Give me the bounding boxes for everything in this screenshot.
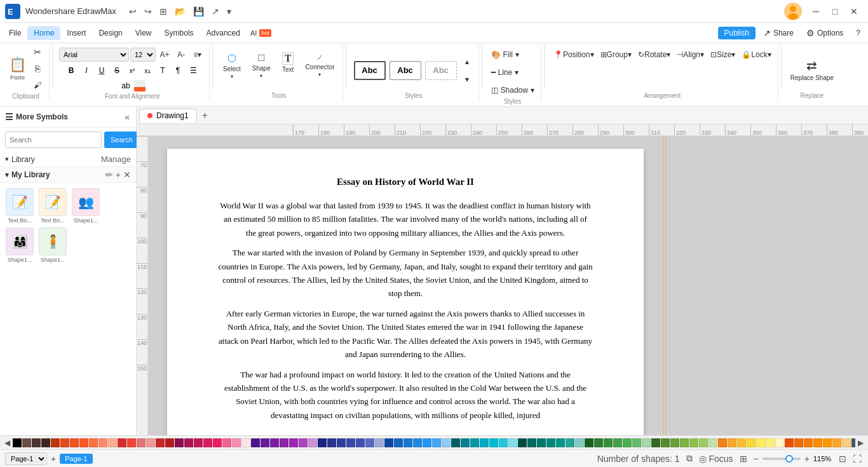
- position-btn[interactable]: 📍 Position ▾: [551, 47, 597, 62]
- color-cell[interactable]: [232, 438, 241, 447]
- subscript-btn[interactable]: x₂: [140, 64, 154, 78]
- canvas-tab-drawing1[interactable]: Drawing1: [139, 109, 197, 122]
- color-cell[interactable]: [747, 438, 756, 447]
- color-cell[interactable]: [766, 438, 775, 447]
- color-cell[interactable]: [98, 438, 107, 447]
- color-cell[interactable]: [60, 438, 69, 447]
- color-cell[interactable]: [566, 438, 574, 447]
- color-cell[interactable]: [775, 438, 784, 447]
- shadow-btn[interactable]: ◫ Shadow ▾: [489, 83, 537, 98]
- zoom-in-btn[interactable]: +: [803, 452, 811, 465]
- color-cell[interactable]: [604, 438, 613, 447]
- size-btn[interactable]: ⊡ Size ▾: [708, 47, 738, 62]
- color-cell[interactable]: [337, 438, 346, 447]
- color-cell[interactable]: [165, 438, 174, 447]
- color-cell[interactable]: [32, 438, 41, 447]
- color-cell[interactable]: [118, 438, 126, 447]
- add-tab-btn[interactable]: +: [197, 108, 213, 123]
- publish-btn[interactable]: Publish: [718, 27, 756, 39]
- color-cell[interactable]: [680, 438, 689, 447]
- color-cell[interactable]: [89, 438, 98, 447]
- color-cell[interactable]: [41, 438, 50, 447]
- color-cell[interactable]: [461, 438, 470, 447]
- menu-advanced[interactable]: Advanced: [200, 26, 247, 40]
- color-cell[interactable]: [280, 438, 288, 447]
- shape-item[interactable]: 🧍Shape1...: [38, 227, 67, 263]
- color-cell[interactable]: [22, 438, 31, 447]
- style-abc-3[interactable]: Abc: [425, 61, 457, 80]
- highlight-btn[interactable]: ab: [119, 79, 133, 93]
- select-btn[interactable]: ⬡ Select ▾: [219, 50, 245, 82]
- paste-btn[interactable]: 📋Paste: [6, 55, 29, 83]
- color-cell[interactable]: [261, 438, 269, 447]
- color-cell[interactable]: [451, 438, 460, 447]
- color-cell[interactable]: [79, 438, 88, 447]
- more-btn[interactable]: ▾: [224, 5, 234, 18]
- list-btn[interactable]: ☰: [186, 64, 200, 78]
- color-cell[interactable]: [508, 438, 517, 447]
- color-cell[interactable]: [70, 438, 79, 447]
- color-cell[interactable]: [575, 438, 584, 447]
- page-select[interactable]: Page-1: [5, 452, 47, 465]
- copy-btn[interactable]: ⎘: [30, 61, 45, 76]
- align-btn[interactable]: ≡▾: [190, 47, 205, 62]
- color-cell[interactable]: [709, 438, 717, 447]
- color-cell[interactable]: [175, 438, 184, 447]
- cut-btn[interactable]: ✂: [30, 44, 45, 60]
- styles-down-btn[interactable]: ▾: [459, 72, 475, 87]
- canvas[interactable]: Essay on History of World War II World W…: [148, 136, 868, 435]
- color-cell[interactable]: [699, 438, 708, 447]
- options-btn[interactable]: ⚙ Options: [801, 26, 848, 40]
- page-tab[interactable]: Page-1: [60, 454, 92, 464]
- color-cell[interactable]: [194, 438, 203, 447]
- color-cell[interactable]: [804, 438, 813, 447]
- fullscreen-btn[interactable]: ⛶: [851, 452, 863, 465]
- group-btn[interactable]: ⊞ Group ▾: [598, 47, 634, 62]
- color-cell[interactable]: [365, 438, 374, 447]
- close-btn[interactable]: ✕: [845, 3, 863, 20]
- shape-btn[interactable]: □ Shape ▾: [248, 50, 275, 81]
- color-cell[interactable]: [184, 438, 193, 447]
- color-cell[interactable]: [651, 438, 660, 447]
- save-btn[interactable]: 💾: [191, 5, 207, 18]
- color-cell[interactable]: [737, 438, 746, 447]
- color-cell[interactable]: [470, 438, 479, 447]
- my-lib-edit-btn[interactable]: ✏: [105, 170, 113, 180]
- color-cell[interactable]: [423, 438, 431, 447]
- color-cell[interactable]: [394, 438, 403, 447]
- grid-btn[interactable]: ⊞: [738, 452, 749, 465]
- layers-btn[interactable]: ⧉: [685, 452, 694, 465]
- color-cell[interactable]: [127, 438, 136, 447]
- styles-up-btn[interactable]: ▴: [459, 54, 475, 69]
- color-cell[interactable]: [299, 438, 308, 447]
- color-cell[interactable]: [832, 438, 841, 447]
- zoom-slider-thumb[interactable]: [785, 455, 793, 463]
- menu-design[interactable]: Design: [92, 26, 128, 40]
- color-cell[interactable]: [670, 438, 679, 447]
- color-cell[interactable]: [413, 438, 422, 447]
- color-cell[interactable]: [613, 438, 622, 447]
- superscript-btn[interactable]: x²: [125, 64, 139, 78]
- menu-file[interactable]: File: [3, 26, 27, 40]
- zoom-slider[interactable]: [763, 457, 801, 460]
- replace-shape-btn[interactable]: ⇄ Replace Shape: [788, 52, 836, 87]
- color-cell[interactable]: [556, 438, 565, 447]
- color-cell[interactable]: [728, 438, 736, 447]
- color-cell[interactable]: [384, 438, 393, 447]
- increase-font-btn[interactable]: A+: [157, 47, 172, 62]
- color-cell[interactable]: [527, 438, 536, 447]
- color-cell[interactable]: [146, 438, 155, 447]
- color-cell[interactable]: [546, 438, 555, 447]
- color-cell[interactable]: [432, 438, 441, 447]
- font-family-select[interactable]: Arial: [59, 48, 129, 62]
- add-page-btn[interactable]: +: [51, 454, 56, 464]
- italic-btn[interactable]: I: [79, 64, 93, 78]
- color-cell[interactable]: [13, 438, 22, 447]
- color-cell[interactable]: [756, 438, 765, 447]
- new-btn[interactable]: ⊞: [157, 5, 170, 18]
- search-btn[interactable]: Search: [104, 132, 139, 148]
- color-cell[interactable]: [623, 438, 632, 447]
- color-cell[interactable]: [442, 438, 451, 447]
- color-cell[interactable]: [823, 438, 832, 447]
- format-painter-btn[interactable]: 🖌: [30, 78, 45, 93]
